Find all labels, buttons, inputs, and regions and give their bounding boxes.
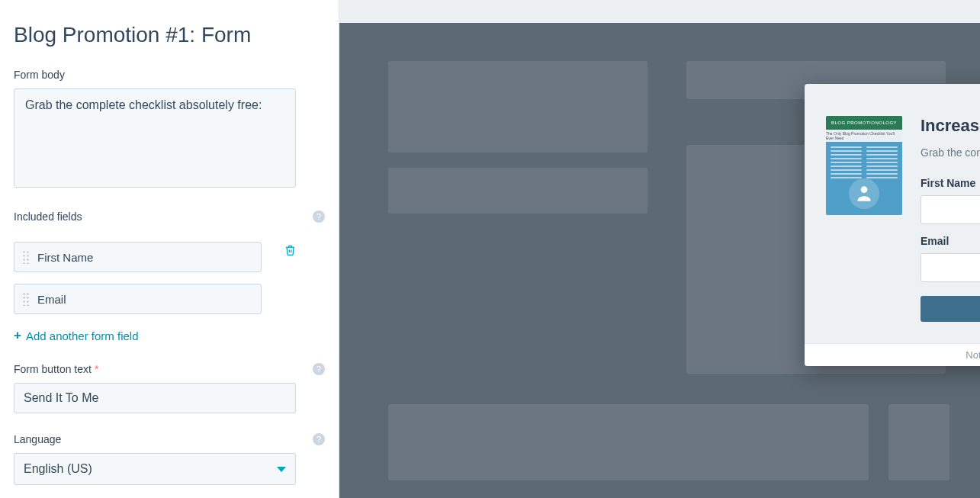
modal-description: Grab the complete checklist absolutely f…	[921, 146, 980, 159]
help-icon[interactable]: ?	[313, 363, 325, 375]
trash-icon[interactable]	[284, 244, 296, 259]
chevron-down-icon	[277, 467, 286, 472]
drag-handle-icon[interactable]	[22, 292, 30, 306]
editor-panel: Blog Promotion #1: Form Form body Grab t…	[0, 0, 339, 498]
first-name-label: First Name	[921, 177, 980, 189]
language-select[interactable]: English (US)	[14, 453, 296, 485]
first-name-input[interactable]	[921, 195, 980, 224]
page-title: Blog Promotion #1: Form	[14, 23, 325, 47]
help-icon[interactable]: ?	[313, 433, 325, 445]
field-label: First Name	[37, 251, 93, 264]
svg-point-0	[861, 186, 868, 193]
plus-icon: +	[14, 328, 21, 343]
button-text-input[interactable]	[14, 383, 296, 413]
email-label: Email	[921, 235, 980, 247]
field-chip-email[interactable]: Email	[14, 284, 262, 314]
add-field-link[interactable]: + Add another form field	[14, 328, 325, 343]
preview-modal: BLOG PROMOTIONOLOGY The Only Blog Promot…	[805, 84, 980, 366]
field-chip-first-name[interactable]: First Name	[14, 242, 262, 272]
included-fields-label: Included fields ?	[14, 210, 325, 223]
cover-thumbnail: BLOG PROMOTIONOLOGY The Only Blog Promot…	[826, 116, 902, 215]
button-text-label: Form button text* ?	[14, 363, 325, 375]
email-input[interactable]	[921, 253, 980, 282]
form-body-input[interactable]: Grab the complete checklist absolutely f…	[14, 88, 296, 188]
submit-button[interactable]: Send It To Me	[921, 296, 980, 322]
preview-pane: BLOG PROMOTIONOLOGY The Only Blog Promot…	[339, 0, 980, 498]
field-label: Email	[37, 293, 66, 306]
help-icon[interactable]: ?	[313, 210, 325, 223]
language-label: Language ?	[14, 433, 325, 445]
modal-footer-link[interactable]: Not using HubSpot yet?	[805, 343, 980, 366]
drag-handle-icon[interactable]	[22, 250, 30, 264]
form-body-label: Form body	[14, 69, 325, 81]
modal-title: Increase Your Reach!	[921, 116, 980, 136]
